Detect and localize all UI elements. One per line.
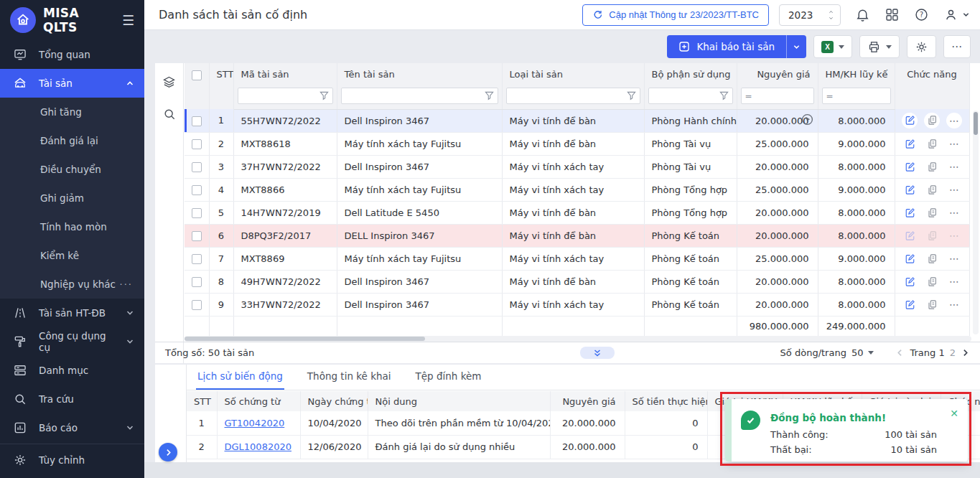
table-row[interactable]: 8 49H7WN72/2022 Dell Inspiron 3467 Máy v… [185,270,969,293]
user-account-icon[interactable] [943,7,970,22]
expand-panel-button[interactable] [159,443,177,461]
select-all-checkbox[interactable] [192,70,202,80]
row-more-icon[interactable]: ⋯ [946,296,962,312]
sidebar-item-kiem-ke[interactable]: Kiểm kê [0,241,144,270]
help-icon[interactable]: ? [914,7,929,22]
row-checkbox[interactable] [192,139,202,149]
edit-icon[interactable] [902,228,918,243]
edit-icon[interactable] [902,250,918,266]
row-more-icon[interactable]: ⋯ [946,228,962,243]
row-checkbox[interactable] [192,208,202,218]
duplicate-icon[interactable] [924,205,940,220]
column-header-ma-tai-san[interactable]: Mã tài sản [233,63,337,88]
funnel-icon[interactable] [485,91,494,100]
edit-icon[interactable] [902,136,918,151]
page-next-icon[interactable] [961,348,970,357]
document-link[interactable]: DGL10082020 [225,441,292,452]
filter-input-bo-phan[interactable] [653,88,717,103]
declare-asset-button[interactable]: Khai báo tài sản [667,35,786,58]
filter-input-hm-kh[interactable] [836,88,887,103]
hamburger-menu-icon[interactable]: ☰ [122,12,134,28]
funnel-icon[interactable] [719,91,729,100]
apps-grid-icon[interactable] [885,7,900,22]
app-logo-icon[interactable] [10,7,36,33]
page-prev-icon[interactable] [895,348,905,357]
column-header-nguyen-gia[interactable]: Nguyên giá [737,63,818,88]
document-link[interactable]: GT10042020 [225,418,285,428]
row-more-icon[interactable]: ⋯ [946,113,962,128]
duplicate-icon[interactable] [924,182,940,197]
update-circular-button[interactable]: Cập nhật Thông tư 23/2023/TT-BTC [582,4,769,26]
row-checkbox[interactable] [192,254,202,264]
sidebar-item-danh-gia-lai[interactable]: Đánh giá lại [0,126,144,155]
row-checkbox[interactable] [192,116,202,126]
row-more-icon[interactable]: ⋯ [946,273,962,289]
sidebar-item-tinh-hao-mon[interactable]: Tính hao mòn [0,212,144,241]
row-checkbox[interactable] [192,277,202,287]
tab-thong-tin-ke-khai[interactable]: Thông tin kê khai [306,365,393,390]
vertical-scrollbar[interactable] [973,111,979,334]
column-header-stt[interactable]: STT [209,63,233,109]
filter-input-nguyen-gia[interactable] [755,88,810,103]
caret-down-icon[interactable] [868,351,874,355]
sidebar-item-dieu-chuyen[interactable]: Điều chuyển [0,155,144,184]
row-checkbox[interactable] [192,162,202,172]
duplicate-icon[interactable] [924,113,940,128]
funnel-icon[interactable] [319,91,329,100]
duplicate-icon[interactable] [924,296,940,312]
equals-operator-icon[interactable]: = [826,91,834,101]
row-checkbox[interactable] [192,231,202,241]
scrollbar-thumb[interactable] [974,112,978,135]
tab-tep-dinh-kem[interactable]: Tệp đính kèm [414,365,483,390]
sidebar-item-bao-cao[interactable]: Báo cáo [0,413,144,442]
sidebar-item-ghi-giam[interactable]: Ghi giảm [0,184,144,212]
search-icon[interactable] [162,107,177,121]
page-current[interactable]: Trang 1 [910,347,944,358]
edit-icon[interactable] [902,296,918,312]
sidebar-item-ghi-tang[interactable]: Ghi tăng [0,98,144,126]
duplicate-icon[interactable] [924,273,940,289]
table-row[interactable]: 7 MXT8869 Máy tính xách tay Fujitsu Máy … [185,247,969,270]
table-row[interactable]: 4 MXT8866 Máy tính xách tay Fujitsu Máy … [185,178,969,201]
duplicate-icon[interactable] [924,228,940,243]
filter-input-ten-tai-san[interactable] [345,88,482,103]
table-row[interactable]: 1 55H7WN72/2022 Dell Inspiron 3467 Máy v… [185,109,969,132]
edit-icon[interactable] [902,182,918,197]
year-spinner[interactable] [828,9,834,21]
row-more-icon[interactable]: ⋯ [946,159,962,174]
row-more-icon[interactable]: ⋯ [946,250,962,266]
row-checkbox[interactable] [192,185,202,195]
declare-asset-dropdown[interactable] [786,35,806,58]
row-more-icon[interactable]: ⋯ [946,182,962,197]
filter-input-ma-tai-san[interactable] [242,88,317,103]
table-row[interactable]: 2 MXT88618 Máy tính xách tay Fujitsu Máy… [185,132,969,155]
export-excel-button[interactable]: X [813,35,852,58]
more-actions-button[interactable]: ⋯ [943,35,971,58]
sidebar-item-tai-san-ht-db[interactable]: Tài sản HT-ĐB [0,299,144,327]
column-header-hm-kh[interactable]: HM/KH lũy kế [818,63,895,88]
page-bottom-scrollbar[interactable] [144,462,980,478]
layers-icon[interactable] [162,75,177,90]
row-checkbox[interactable] [192,300,202,310]
sidebar-item-tuy-chinh[interactable]: Tùy chỉnh [0,446,144,474]
table-row[interactable]: 5 14H7WN72/2019 Dell Latitude E 5450 Máy… [185,201,969,224]
more-icon[interactable]: ··· [120,279,133,290]
horizontal-scrollbar[interactable] [185,336,971,342]
collapse-detail-button[interactable] [580,347,615,359]
column-header-ten-tai-san[interactable]: Tên tài sản [337,63,502,88]
column-header-loai-tai-san[interactable]: Loại tài sản [502,63,644,88]
sidebar-item-cong-cu-dung-cu[interactable]: Công cụ dụng cụ [0,327,144,356]
column-header-bo-phan[interactable]: Bộ phận sử dụng [644,63,737,88]
sidebar-item-tong-quan[interactable]: Tổng quan [0,40,144,69]
edit-icon[interactable] [902,205,918,220]
settings-button[interactable] [907,35,936,58]
notifications-bell-icon[interactable] [855,7,870,22]
edit-icon[interactable] [902,273,918,289]
equals-operator-icon[interactable]: = [745,91,752,101]
table-row-error[interactable]: 6 D8PQ3F2/2017 DELL Inspiron 3467 Máy vi… [185,224,969,247]
tab-lich-su-bien-dong[interactable]: Lịch sử biến động [196,365,284,390]
scrollbar-thumb[interactable] [185,337,425,341]
row-more-icon[interactable]: ⋯ [946,136,962,151]
table-row[interactable]: 3 37H7WN72/2022 Dell Inspiron 3467 Máy v… [185,155,969,178]
edit-icon[interactable] [902,159,918,174]
